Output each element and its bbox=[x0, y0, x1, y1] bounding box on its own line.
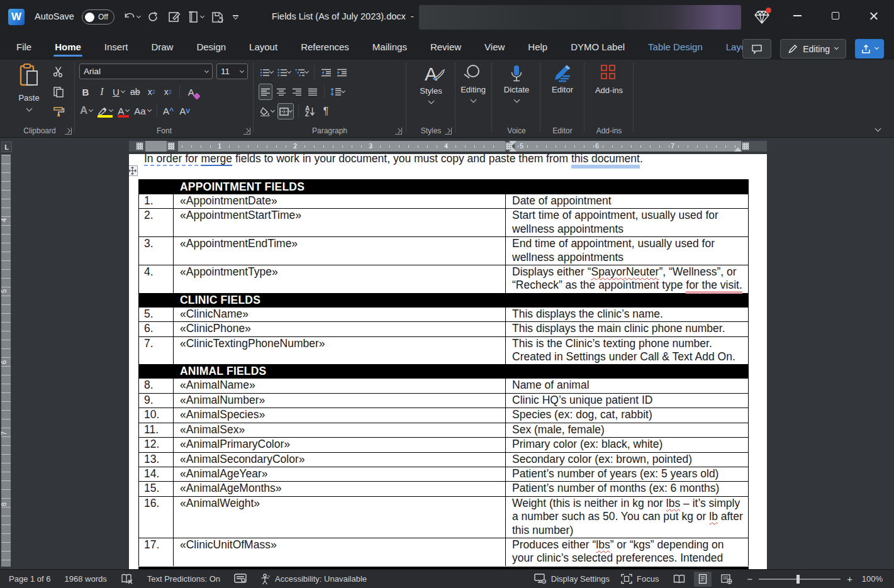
print-layout-button[interactable] bbox=[694, 572, 712, 587]
bullets-chevron-icon[interactable] bbox=[269, 69, 274, 73]
change-case-button[interactable]: Aa bbox=[132, 103, 152, 119]
table-move-handle[interactable] bbox=[129, 165, 138, 176]
shading-button[interactable] bbox=[259, 103, 276, 119]
change-case-chevron-icon[interactable] bbox=[147, 107, 152, 111]
text-effects-chevron-icon[interactable] bbox=[89, 107, 93, 111]
text-effects-button[interactable]: A bbox=[78, 103, 94, 119]
web-layout-button[interactable] bbox=[718, 572, 735, 587]
font-dialog-launcher[interactable] bbox=[243, 128, 250, 135]
proofing-errors-button[interactable] bbox=[121, 574, 133, 585]
multilevel-list-button[interactable] bbox=[294, 64, 310, 80]
qat-save-button[interactable] bbox=[206, 8, 228, 26]
numbering-button[interactable] bbox=[276, 64, 292, 80]
share-button[interactable] bbox=[855, 39, 884, 58]
right-indent-marker[interactable] bbox=[734, 147, 742, 152]
subscript-button[interactable]: x2 bbox=[144, 84, 159, 100]
qat-print-chevron-icon[interactable] bbox=[199, 13, 204, 18]
shading-chevron-icon[interactable] bbox=[271, 108, 275, 112]
zoom-in-button[interactable]: + bbox=[847, 574, 852, 584]
search-box-redacted[interactable] bbox=[419, 5, 741, 30]
horizontal-ruler[interactable]: 1234567 bbox=[129, 141, 767, 152]
fields-table[interactable]: APPOINTMENT FIELDS1.«AppointmentDate»Dat… bbox=[138, 179, 749, 566]
strikethrough-button[interactable]: ab bbox=[128, 84, 143, 100]
grow-font-button[interactable]: A^ bbox=[161, 103, 176, 119]
hyperlink-text[interactable]: this document bbox=[571, 154, 640, 169]
bullets-button[interactable] bbox=[259, 64, 274, 80]
focus-mode-button[interactable]: Focus bbox=[621, 574, 659, 584]
tab-draw[interactable]: Draw bbox=[143, 36, 181, 59]
zoom-slider[interactable] bbox=[759, 579, 841, 580]
editing-button[interactable]: Editing bbox=[457, 65, 489, 102]
undo-button[interactable] bbox=[121, 8, 142, 26]
align-left-button[interactable] bbox=[259, 84, 272, 100]
tab-table-design[interactable]: Table Design bbox=[640, 36, 710, 59]
tab-mailings[interactable]: Mailings bbox=[365, 36, 415, 59]
page-indicator[interactable]: Page 1 of 6 bbox=[9, 574, 51, 584]
tab-dymo-label[interactable]: DYMO Label bbox=[563, 36, 632, 59]
display-settings-button[interactable]: Display Settings bbox=[534, 574, 610, 584]
font-name-select[interactable]: Arial bbox=[79, 64, 213, 79]
align-right-button[interactable] bbox=[290, 84, 304, 100]
zoom-out-button[interactable]: − bbox=[747, 574, 752, 584]
undo-chevron-icon[interactable] bbox=[136, 13, 140, 18]
increase-indent-button[interactable] bbox=[335, 64, 349, 80]
font-color-button[interactable]: A bbox=[116, 103, 131, 119]
paragraph-dialog-launcher[interactable] bbox=[395, 128, 402, 135]
editing-chevron-icon[interactable] bbox=[470, 97, 476, 103]
comments-button[interactable] bbox=[742, 39, 771, 58]
word-count[interactable]: 1968 words bbox=[65, 574, 107, 584]
text-predictions-status[interactable]: Text Predictions: On bbox=[147, 574, 220, 584]
hyperlink-text[interactable]: merge bbox=[201, 154, 232, 166]
numbering-chevron-icon[interactable] bbox=[287, 69, 291, 73]
multilevel-chevron-icon[interactable] bbox=[305, 69, 309, 73]
redo-button[interactable] bbox=[142, 8, 164, 26]
qat-editor-button[interactable] bbox=[164, 8, 185, 26]
dictate-button[interactable]: Dictate bbox=[494, 65, 539, 102]
premium-gem-icon[interactable] bbox=[754, 9, 775, 26]
line-spacing-button[interactable] bbox=[329, 84, 346, 100]
paste-chevron-icon[interactable] bbox=[26, 106, 32, 112]
tab-home[interactable]: Home bbox=[47, 36, 89, 59]
table-column-marker[interactable] bbox=[167, 142, 175, 150]
italic-button[interactable]: I bbox=[94, 84, 109, 100]
clear-formatting-button[interactable]: A bbox=[184, 84, 199, 100]
tab-review[interactable]: Review bbox=[423, 36, 469, 59]
borders-chevron-icon[interactable] bbox=[288, 108, 293, 112]
dictate-chevron-icon[interactable] bbox=[513, 97, 520, 103]
superscript-button[interactable]: x2 bbox=[160, 84, 176, 100]
highlight-button[interactable] bbox=[96, 103, 115, 119]
cut-button[interactable] bbox=[52, 65, 65, 79]
paste-button[interactable]: Paste bbox=[13, 64, 45, 111]
clipboard-dialog-launcher[interactable] bbox=[65, 128, 72, 135]
underline-chevron-icon[interactable] bbox=[121, 88, 125, 92]
line-spacing-chevron-icon[interactable] bbox=[341, 88, 345, 92]
word-logo-icon[interactable]: W bbox=[8, 9, 25, 25]
tab-insert[interactable]: Insert bbox=[97, 36, 136, 59]
borders-button[interactable] bbox=[277, 103, 294, 119]
hanging-indent-marker[interactable] bbox=[509, 147, 517, 152]
tab-file[interactable]: File bbox=[9, 36, 39, 59]
copy-button[interactable] bbox=[52, 85, 65, 99]
collapse-ribbon-chevron[interactable] bbox=[875, 126, 881, 132]
tab-help[interactable]: Help bbox=[520, 36, 555, 59]
format-painter-button[interactable] bbox=[52, 105, 65, 119]
accessibility-status[interactable]: ? Accessibility: Unavailable bbox=[260, 574, 367, 585]
share-chevron-icon[interactable] bbox=[874, 45, 878, 50]
font-color-chevron-icon[interactable] bbox=[125, 107, 130, 111]
shrink-font-button[interactable]: Av bbox=[177, 103, 193, 119]
close-button[interactable] bbox=[859, 0, 888, 31]
tab-view[interactable]: View bbox=[477, 36, 512, 59]
qat-print-button[interactable] bbox=[185, 8, 206, 26]
styles-dialog-launcher[interactable] bbox=[445, 128, 452, 135]
justify-button[interactable] bbox=[306, 84, 320, 100]
table-column-marker[interactable] bbox=[742, 142, 749, 150]
sort-button[interactable]: AZ bbox=[303, 103, 317, 119]
show-formatting-button[interactable]: ¶ bbox=[319, 103, 333, 119]
decrease-indent-button[interactable] bbox=[319, 64, 333, 80]
addins-button[interactable]: Add-ins bbox=[586, 65, 632, 95]
read-mode-button[interactable] bbox=[670, 572, 688, 587]
tab-layout[interactable]: Layout bbox=[242, 36, 285, 59]
styles-button[interactable]: A Styles bbox=[408, 65, 454, 103]
styles-chevron-icon[interactable] bbox=[428, 98, 434, 104]
tab-references[interactable]: References bbox=[293, 36, 357, 59]
